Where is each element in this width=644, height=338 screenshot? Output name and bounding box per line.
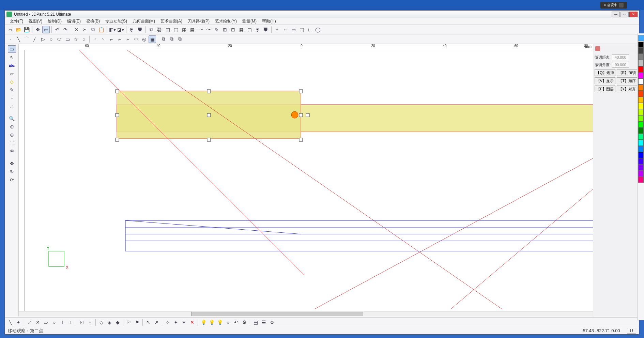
panel-order-button[interactable]: 【T】顺序 bbox=[617, 77, 638, 84]
arrange2-icon[interactable]: ⧉ bbox=[168, 35, 175, 43]
pencil-tool-icon[interactable]: ✎ bbox=[8, 86, 16, 94]
ellipse-tool-icon[interactable]: ⬭ bbox=[56, 35, 63, 43]
color-swatch[interactable] bbox=[638, 164, 644, 170]
shield4-icon[interactable]: ⛊ bbox=[262, 26, 270, 33]
color-swatch[interactable] bbox=[638, 97, 644, 103]
select-tool-icon[interactable]: ▭ bbox=[8, 45, 16, 53]
bt-snap2-icon[interactable]: ⟊ bbox=[86, 319, 94, 326]
rotate-tool-icon[interactable]: ↻ bbox=[8, 168, 16, 175]
panel-layer-button[interactable]: 【F】图层 bbox=[595, 86, 615, 92]
maximize-button[interactable]: ▭ bbox=[620, 12, 629, 17]
color-swatch[interactable] bbox=[638, 152, 644, 158]
bt-bulb4-icon[interactable]: ⟐ bbox=[224, 319, 232, 326]
menu-toolpath[interactable]: 刀具路径(P) bbox=[185, 18, 212, 25]
bt-snap1-icon[interactable]: ⊡ bbox=[78, 319, 86, 326]
menu-surface[interactable]: 几何曲面(M) bbox=[130, 18, 158, 25]
arc-tool-icon[interactable]: ⌒ bbox=[23, 35, 30, 43]
snap-box-icon[interactable]: ▭ bbox=[290, 26, 297, 33]
meeting-status-badge[interactable]: 会议中 bbox=[600, 2, 627, 9]
color-swatch[interactable] bbox=[638, 84, 644, 91]
menu-pro[interactable]: 专业功能(S) bbox=[103, 18, 130, 25]
star-tool-icon[interactable]: ☆ bbox=[72, 35, 79, 43]
bt-list-icon[interactable]: ☰ bbox=[260, 319, 267, 326]
color-swatch[interactable] bbox=[638, 72, 644, 78]
horizontal-scrollbar[interactable] bbox=[19, 311, 593, 317]
menu-help[interactable]: 帮助(H) bbox=[259, 18, 279, 25]
color-swatch[interactable] bbox=[638, 60, 644, 66]
color-swatch[interactable] bbox=[638, 66, 644, 72]
edit-path-icon[interactable]: ✎ bbox=[213, 26, 220, 33]
bt-circle-icon[interactable]: ○ bbox=[50, 319, 58, 326]
menu-measure[interactable]: 测量(M) bbox=[240, 18, 259, 25]
bt-node2-icon[interactable]: ✦ bbox=[172, 319, 180, 326]
ring-tool-icon[interactable]: ◎ bbox=[140, 35, 148, 43]
eye-tool-icon[interactable]: 👁 bbox=[8, 148, 16, 155]
paste-icon[interactable]: 📋 bbox=[97, 26, 105, 33]
cut-icon[interactable]: ✂ bbox=[81, 26, 89, 33]
color-swatch[interactable] bbox=[638, 134, 644, 140]
bt-bulb5-icon[interactable]: ↶ bbox=[232, 319, 240, 326]
refresh-tool-icon[interactable]: ⟳ bbox=[8, 176, 16, 184]
move-icon[interactable]: ✥ bbox=[34, 26, 42, 33]
open-file-icon[interactable]: 📂 bbox=[15, 26, 22, 33]
color-swatch[interactable] bbox=[638, 146, 644, 152]
mesh-icon[interactable]: ▦ bbox=[237, 26, 245, 33]
save-file-icon[interactable]: 💾 bbox=[23, 26, 30, 33]
status-dropdown-icon[interactable] bbox=[619, 3, 624, 7]
bt-perp-icon[interactable]: ⊥ bbox=[59, 319, 66, 326]
color-swatch[interactable] bbox=[638, 42, 644, 48]
bt-cursor1-icon[interactable]: ↖ bbox=[144, 319, 152, 326]
bt-cursor2-icon[interactable]: ↗ bbox=[153, 319, 160, 326]
color-swatch[interactable] bbox=[638, 103, 644, 109]
path-tool-icon[interactable]: ◇ bbox=[8, 78, 16, 86]
drawing-canvas[interactable]: Y X bbox=[25, 50, 593, 311]
dim2-tool-icon[interactable]: ⟋ bbox=[8, 103, 16, 110]
bt-bulb3-icon[interactable]: 💡 bbox=[216, 319, 224, 326]
modify6-icon[interactable]: ◠ bbox=[132, 35, 140, 43]
panel-lock-button[interactable]: 【E】加锁 bbox=[617, 69, 638, 76]
bt-flag1-icon[interactable]: ⚐ bbox=[125, 319, 133, 326]
close-button[interactable]: ✕ bbox=[629, 12, 638, 17]
color-swatch[interactable] bbox=[638, 170, 644, 176]
arrange1-icon[interactable]: ⧉ bbox=[160, 35, 167, 43]
zoomout-tool-icon[interactable]: ⊖ bbox=[8, 131, 16, 139]
color-swatch[interactable] bbox=[638, 158, 644, 164]
fit-tool-icon[interactable]: ⛶ bbox=[8, 139, 16, 147]
polygon-tool-icon[interactable]: ○ bbox=[80, 35, 88, 43]
color-swatch[interactable] bbox=[638, 127, 644, 134]
menu-transform[interactable]: 变换(B) bbox=[83, 18, 103, 25]
color-swatch[interactable] bbox=[638, 48, 644, 54]
color-swatch[interactable] bbox=[638, 91, 644, 97]
panel-select-button[interactable]: 【Q】选择 bbox=[595, 69, 615, 76]
circle-tool-icon[interactable]: ○ bbox=[47, 35, 55, 43]
minimize-button[interactable]: — bbox=[612, 12, 620, 17]
bt-cross-icon[interactable]: ✕ bbox=[34, 319, 42, 326]
modify4-icon[interactable]: ⌐ bbox=[116, 35, 123, 43]
select-rect-icon[interactable]: ▭ bbox=[42, 26, 50, 33]
snap-h-icon[interactable]: ↔ bbox=[281, 26, 289, 33]
pan-tool-icon[interactable]: ✥ bbox=[8, 160, 16, 167]
bt-node1-icon[interactable]: ✧ bbox=[164, 319, 171, 326]
color-swatch[interactable] bbox=[638, 115, 644, 121]
bt-bulb1-icon[interactable]: 💡 bbox=[200, 319, 207, 326]
bt-layers-icon[interactable]: ▤ bbox=[252, 319, 259, 326]
bt-bulb6-icon[interactable]: ⚙ bbox=[241, 319, 248, 326]
text-tool-icon[interactable]: abc bbox=[8, 62, 16, 69]
angle-input[interactable] bbox=[612, 62, 629, 68]
menu-artsurface[interactable]: 艺术曲面(A) bbox=[158, 18, 185, 25]
color-swatch[interactable] bbox=[638, 176, 644, 183]
box5-icon[interactable]: ▦ bbox=[180, 26, 188, 33]
color-swatch[interactable] bbox=[638, 109, 644, 115]
bt-node3-icon[interactable]: ✶ bbox=[180, 319, 188, 326]
grid2-icon[interactable]: ⊟ bbox=[229, 26, 237, 33]
bt-tangent-icon[interactable]: ⟂ bbox=[67, 319, 74, 326]
box2-icon[interactable]: ⿻ bbox=[156, 26, 163, 33]
snap-scale-icon[interactable]: ⬚ bbox=[298, 26, 305, 33]
modify1-icon[interactable]: ⟋ bbox=[91, 35, 99, 43]
undo-icon[interactable]: ↶ bbox=[53, 26, 61, 33]
rect-tool-icon[interactable]: ▭ bbox=[64, 35, 71, 43]
shield1-icon[interactable]: ⛨ bbox=[128, 26, 136, 33]
bt-line1-icon[interactable]: ╲ bbox=[6, 319, 14, 326]
modify2-icon[interactable]: ⟍ bbox=[99, 35, 107, 43]
bt-box-icon[interactable]: ▱ bbox=[42, 319, 50, 326]
